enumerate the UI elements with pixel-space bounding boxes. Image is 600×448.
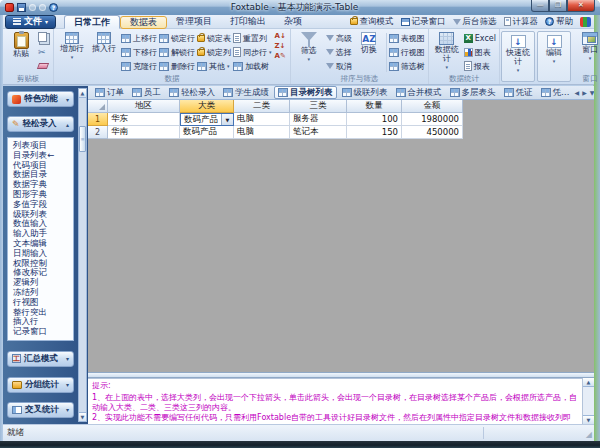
- cell-subcategory[interactable]: 电脑: [234, 113, 290, 126]
- about-icon[interactable]: ?: [49, 3, 58, 12]
- sheet-tab-voucher[interactable]: 凭证: [501, 86, 536, 99]
- cancel-filter-button[interactable]: 取消: [325, 59, 353, 73]
- edit-button[interactable]: ↓ 编辑 ▾: [538, 32, 570, 67]
- copy-button[interactable]: [37, 31, 51, 45]
- unlock-row-button[interactable]: 解锁行: [158, 45, 196, 59]
- load-tree-button[interactable]: 加载树: [232, 59, 273, 73]
- row-number[interactable]: 2: [88, 126, 108, 139]
- column-header-quantity[interactable]: 数量: [347, 100, 402, 113]
- sheet-tab-merge-mode[interactable]: 合并模式: [393, 86, 445, 99]
- scroll-down-icon[interactable]: ▼: [583, 415, 594, 424]
- tab-data-table[interactable]: 数据表: [120, 16, 167, 29]
- undo-icon[interactable]: [29, 4, 36, 11]
- tab-nav-left-icon[interactable]: ◀: [575, 87, 580, 99]
- cell-type3[interactable]: 笔记本: [290, 126, 347, 139]
- cell-amount[interactable]: 1980000: [402, 113, 463, 126]
- clone-row-button[interactable]: 克隆行: [120, 59, 158, 73]
- cell-subcategory[interactable]: 电脑: [234, 126, 290, 139]
- cell-quantity[interactable]: 100: [347, 113, 402, 126]
- sheet-tab-multi-header[interactable]: 多层表头: [447, 86, 499, 99]
- redo-icon[interactable]: [39, 4, 46, 11]
- tab-print-output[interactable]: 打印输出: [221, 15, 275, 29]
- sidebar-group-features[interactable]: 特色功能 ▾: [7, 91, 74, 107]
- record-window-button[interactable]: 记录窗口: [401, 16, 446, 28]
- close-button[interactable]: ✕: [567, 0, 595, 12]
- reset-column-button[interactable]: 重置列: [232, 31, 273, 45]
- tab-nav-right-icon[interactable]: ▶: [582, 87, 587, 99]
- erase-button[interactable]: [37, 59, 51, 73]
- sort-descending-button[interactable]: Z↓: [275, 42, 286, 51]
- sync-row-button[interactable]: 同步行▾: [232, 45, 273, 59]
- save-icon[interactable]: [17, 3, 26, 12]
- cell-region[interactable]: 华南: [108, 126, 180, 139]
- insert-row-button[interactable]: 插入行: [88, 31, 120, 54]
- column-header-type3[interactable]: 三类: [290, 100, 347, 113]
- filter-button[interactable]: 筛选 ▾: [293, 31, 325, 65]
- app-icon[interactable]: [5, 3, 14, 12]
- hint-scrollbar[interactable]: ▲ ▼: [582, 378, 594, 424]
- sheet-tab-orders[interactable]: 订单: [92, 86, 127, 99]
- sheet-tab-student-scores[interactable]: 学生成绩: [220, 86, 272, 99]
- minimize-button[interactable]: —: [531, 0, 549, 12]
- query-mode-button[interactable]: 查询模式: [350, 16, 394, 28]
- sheet-tab-easy-entry[interactable]: 轻松录入: [166, 86, 218, 99]
- scroll-up-icon[interactable]: ▲: [79, 89, 86, 98]
- scroll-down-icon[interactable]: ▼: [79, 412, 86, 421]
- report-button[interactable]: 报表: [463, 59, 497, 73]
- column-header-amount[interactable]: 金额: [402, 100, 463, 113]
- scrollbar-thumb[interactable]: ≡: [79, 126, 86, 152]
- background-filter-button[interactable]: 后台筛选: [453, 16, 497, 28]
- file-menu-button[interactable]: 文件 ▾: [5, 15, 56, 29]
- sheet-tab-cascade-list[interactable]: 级联列表: [339, 86, 391, 99]
- chart-button[interactable]: 图表: [463, 45, 497, 59]
- move-row-down-button[interactable]: 下移行: [120, 45, 158, 59]
- tab-misc[interactable]: 杂项: [275, 15, 311, 29]
- window-button[interactable]: 窗口 ▾: [574, 31, 600, 64]
- sheet-tab-voucher2[interactable]: 凭…: [538, 86, 573, 99]
- column-header-subcategory[interactable]: 二类: [234, 100, 290, 113]
- help-button[interactable]: ?帮助: [545, 16, 573, 28]
- column-header-region[interactable]: 地区: [108, 100, 180, 113]
- resize-grip[interactable]: ◢: [586, 430, 592, 439]
- select-all-corner[interactable]: [88, 100, 108, 113]
- toggle-sort-button[interactable]: AZ 切换: [353, 31, 385, 55]
- sort-ascending-button[interactable]: A↓: [275, 32, 286, 41]
- add-row-button[interactable]: 增加行 ▾: [56, 31, 88, 63]
- calculator-button[interactable]: 计算器: [504, 16, 539, 28]
- cell-quantity[interactable]: 150: [347, 126, 402, 139]
- data-stats-button[interactable]: 数据统计 ▾: [431, 31, 463, 73]
- cut-button[interactable]: ✂: [37, 45, 51, 59]
- tab-daily-work[interactable]: 日常工作: [64, 15, 120, 29]
- sidebar-group-group-stats[interactable]: 分组统计 ▾: [7, 377, 74, 393]
- row-number-current[interactable]: 1: [88, 113, 108, 126]
- cell-region[interactable]: 华东: [108, 113, 180, 126]
- other-button[interactable]: 其他▾: [196, 59, 232, 73]
- cell-category[interactable]: 数码产品: [180, 126, 234, 139]
- paste-button[interactable]: 粘贴: [5, 31, 37, 59]
- select-filter-button[interactable]: 选择: [325, 45, 353, 59]
- sidebar-item[interactable]: 记录窗口: [13, 327, 73, 337]
- delete-row-button[interactable]: 删除行: [158, 59, 196, 73]
- column-header-category-selected[interactable]: 大类: [180, 100, 234, 113]
- scroll-up-icon[interactable]: ▲: [583, 378, 594, 387]
- advanced-filter-button[interactable]: 高级: [325, 31, 353, 45]
- table-view-button[interactable]: 表视图: [388, 31, 426, 45]
- tab-manage-project[interactable]: 管理项目: [167, 15, 221, 29]
- cell-dropdown-button[interactable]: ▼: [221, 114, 233, 125]
- sidebar-group-easy-entry[interactable]: ✎ 轻松录入 ▴: [7, 116, 74, 132]
- lock-table-button[interactable]: 锁定表: [196, 31, 232, 45]
- sheet-tab-employees[interactable]: 员工: [129, 86, 164, 99]
- filter-tree-button[interactable]: 筛选树: [388, 59, 426, 73]
- sidebar-scrollbar[interactable]: ▲ ≡ ▼: [78, 88, 87, 422]
- lock-row-button[interactable]: 锁定行: [158, 31, 196, 45]
- sidebar-group-summary-mode[interactable]: 工 汇总模式 ▾: [7, 351, 74, 367]
- quick-stats-button[interactable]: ↓ 快速统计 ▾: [502, 32, 534, 76]
- sidebar-group-cross-stats[interactable]: 交叉统计 ▾: [7, 402, 74, 418]
- maximize-button[interactable]: ❐: [549, 0, 567, 12]
- cell-type3[interactable]: 服务器: [290, 113, 347, 126]
- row-view-button[interactable]: 行视图: [388, 45, 426, 59]
- tab-nav-menu-icon[interactable]: ▼: [590, 87, 594, 99]
- clear-sort-button[interactable]: A✎: [275, 52, 286, 61]
- excel-button[interactable]: XExcel: [463, 31, 497, 45]
- lock-column-button[interactable]: 锁定列: [196, 45, 232, 59]
